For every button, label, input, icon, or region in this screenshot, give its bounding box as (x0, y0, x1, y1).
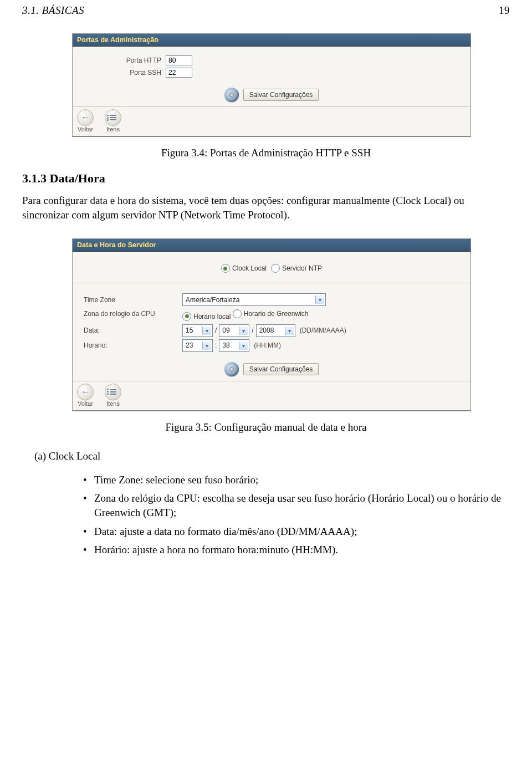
timezone-select[interactable]: America/Fortaleza ▾ (182, 293, 326, 306)
list-item-a: (a) Clock Local (34, 450, 510, 462)
page-header: 3.1. BÁSICAS 19 (22, 4, 510, 17)
admin-ports-panel: Portas de Administração Porta HTTP Porta… (72, 33, 471, 137)
date-time-panel: Data e Hora do Servidor Clock Local Serv… (72, 238, 471, 411)
cpu-zone-label: Zona do relogio da CPU (84, 308, 182, 318)
arrow-left-icon (77, 109, 94, 126)
date-format-hint: (DD/MM/AAAA) (300, 327, 346, 334)
ntp-server-label: Servidor NTP (282, 264, 322, 272)
time-sep: : (215, 341, 217, 349)
chevron-down-icon: ▾ (202, 341, 211, 350)
divider (73, 283, 470, 283)
time-label: Horario: (84, 341, 182, 349)
disc-icon (224, 362, 239, 376)
back-label: Voltar (78, 126, 93, 132)
clock-local-label: Clock Local (232, 264, 267, 272)
date-day-value: 15 (186, 327, 193, 334)
time-hour-select[interactable]: 23▾ (182, 339, 213, 352)
ntp-server-radio[interactable] (271, 264, 280, 273)
date-day-select[interactable]: 15▾ (182, 324, 213, 337)
back-button[interactable]: Voltar (77, 109, 94, 132)
list-icon (105, 109, 121, 126)
local-time-radio[interactable] (182, 312, 191, 321)
date-month-select[interactable]: 09▾ (219, 324, 249, 337)
timezone-label: Time Zone (84, 296, 182, 304)
save-button[interactable]: Salvar Configurações (243, 363, 319, 375)
greenwich-label: Horario de Greenwich (244, 310, 309, 318)
panel-title: Data e Hora do Servidor (73, 239, 470, 252)
disc-icon (224, 88, 239, 102)
arrow-left-icon (77, 384, 94, 400)
figure-3-4-caption: Figura 3.4: Portas de Administração HTTP… (22, 147, 510, 159)
date-month-value: 09 (222, 327, 229, 334)
figure-3-5-caption: Figura 3.5: Configuração manual de data … (22, 421, 510, 433)
items-label: Itens (106, 400, 120, 407)
clock-local-radio[interactable] (221, 264, 230, 273)
time-min-select[interactable]: 38▾ (219, 339, 249, 352)
chevron-down-icon: ▾ (202, 327, 211, 335)
save-button[interactable]: Salvar Configurações (243, 89, 319, 101)
section-heading: 3.1.3 Data/Hora (22, 171, 510, 186)
items-label: Itens (106, 126, 120, 132)
list-item: Data: ajuste a data no formato dia/mês/a… (83, 524, 510, 539)
date-label: Data: (84, 327, 182, 334)
date-year-select[interactable]: 2008▾ (256, 324, 295, 337)
timezone-value: America/Fortaleza (186, 296, 239, 304)
chevron-down-icon: ▾ (239, 327, 248, 335)
section-paragraph: Para configurar data e hora do sistema, … (22, 193, 510, 222)
items-button[interactable]: Itens (105, 109, 121, 132)
items-button[interactable]: Itens (105, 384, 121, 407)
greenwich-radio[interactable] (233, 309, 242, 318)
local-time-label: Horario local (193, 313, 231, 320)
time-format-hint: (HH:MM) (254, 341, 281, 349)
list-item: Horário: ajuste a hora no formato hora:m… (83, 543, 510, 557)
list-item: Time Zone: selecione seu fuso horário; (83, 473, 510, 487)
http-port-label: Porta HTTP (84, 57, 166, 64)
list-item: Zona do relógio da CPU: escolha se desej… (83, 491, 510, 519)
ssh-port-input[interactable] (166, 68, 192, 78)
http-port-input[interactable] (166, 55, 192, 65)
chevron-down-icon: ▾ (315, 295, 324, 304)
back-label: Voltar (78, 400, 93, 407)
panel-title: Portas de Administração (73, 34, 470, 47)
header-section: 3.1. BÁSICAS (22, 4, 84, 17)
chevron-down-icon: ▾ (285, 327, 294, 335)
date-sep: / (252, 327, 253, 334)
page-number: 19 (499, 4, 510, 17)
time-min-value: 38 (222, 341, 229, 349)
ssh-port-label: Porta SSH (84, 69, 166, 76)
chevron-down-icon: ▾ (239, 341, 248, 350)
date-year-value: 2008 (259, 327, 274, 334)
back-button[interactable]: Voltar (77, 384, 94, 407)
date-sep: / (215, 327, 217, 334)
options-list: (a) Clock Local Time Zone: selecione seu… (22, 450, 510, 557)
time-hour-value: 23 (186, 341, 193, 349)
list-icon (105, 384, 121, 400)
